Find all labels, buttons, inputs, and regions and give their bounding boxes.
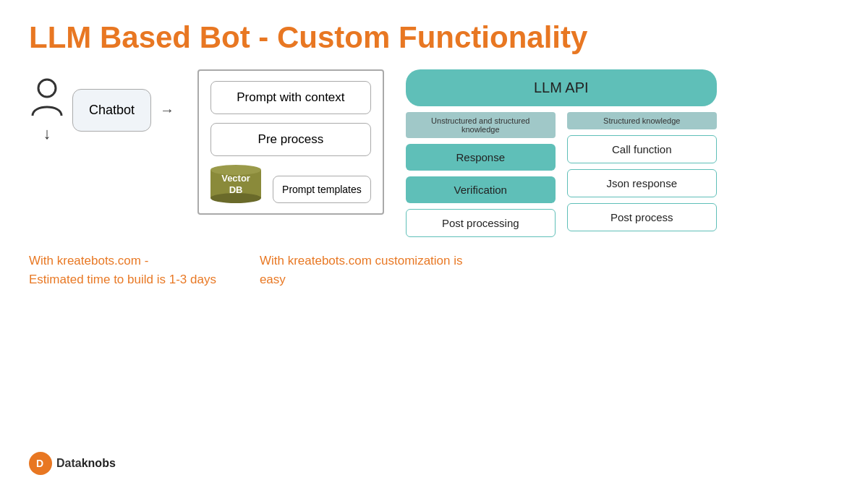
right-col: Structured knowledge Call function Json … (567, 112, 717, 237)
db-row: Vector DB Prompt templates (210, 165, 371, 203)
chatbot-box: Chatbot (72, 89, 151, 132)
vector-db-cylinder: Vector DB (210, 165, 261, 203)
left-col: Unstructured and structured knowledge Re… (406, 112, 556, 237)
cylinder-top (210, 165, 261, 175)
logo-icon: D (29, 452, 52, 475)
call-function-box: Call function (567, 135, 717, 163)
logo-text: Dataknobs (56, 457, 116, 470)
svg-point-0 (38, 80, 56, 97)
cylinder-bottom (210, 193, 261, 203)
response-box: Response (406, 144, 556, 171)
right-section: LLM API Unstructured and structured know… (406, 69, 717, 237)
prompt-templates-box: Prompt templates (273, 176, 371, 203)
right-columns: Unstructured and structured knowledge Re… (406, 112, 717, 237)
page-title: LLM Based Bot - Custom Functionality (0, 0, 868, 62)
user-area: ↓ (29, 77, 65, 143)
bottom-text-left: With kreatebots.com - Estimated time to … (29, 252, 216, 288)
left-section: ↓ Chatbot → (29, 77, 176, 143)
post-process-box: Post process (567, 203, 717, 231)
pre-process-box: Pre process (210, 123, 371, 156)
verification-box: Verification (406, 176, 556, 203)
json-response-box: Json response (567, 169, 717, 197)
right-arrow-icon: → (160, 102, 174, 119)
footer: D Dataknobs (29, 452, 116, 475)
bottom-text-right: With kreatebots.com customization is eas… (260, 252, 463, 288)
prompt-with-context-box: Prompt with context (210, 81, 371, 114)
llm-api-header: LLM API (406, 69, 717, 106)
bottom-text-row: With kreatebots.com - Estimated time to … (0, 244, 868, 288)
unstructured-knowledge-box: Unstructured and structured knowledge (406, 112, 556, 138)
down-arrow-icon: ↓ (43, 124, 51, 143)
logo-svg: D (30, 453, 51, 474)
svg-text:D: D (36, 458, 43, 469)
middle-section: Prompt with context Pre process Vector D… (197, 69, 384, 215)
user-icon (29, 77, 65, 120)
structured-knowledge-box: Structured knowledge (567, 112, 717, 129)
post-processing-box: Post processing (406, 209, 556, 237)
